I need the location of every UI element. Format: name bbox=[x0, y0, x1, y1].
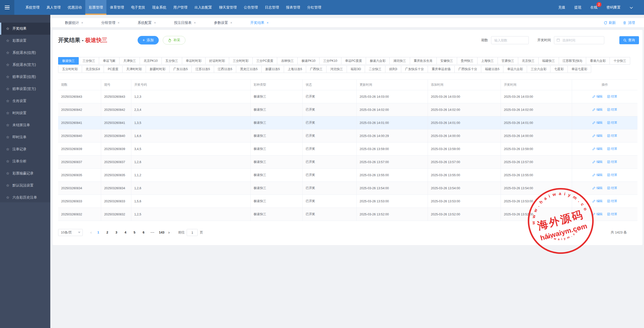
edit-button[interactable]: 编辑 bbox=[592, 186, 603, 190]
game-tag[interactable]: 江苏骰宝(快3) bbox=[559, 57, 586, 65]
topbar-menu-item[interactable]: 体育管理 bbox=[106, 0, 128, 15]
game-tag[interactable]: 贵州快三 bbox=[457, 57, 477, 65]
page-number-button[interactable]: 143 bbox=[158, 229, 165, 236]
edit-button[interactable]: 编辑 bbox=[592, 121, 603, 125]
sidebar-item[interactable]: ☆赔率设置(信用) bbox=[0, 71, 50, 83]
settle-button[interactable]: 结算 bbox=[607, 160, 617, 164]
topbar-menu-item[interactable]: 报表管理 bbox=[283, 0, 304, 15]
sidebar-item[interactable]: ☆时间设置 bbox=[0, 107, 50, 119]
settle-button[interactable]: 结算 bbox=[607, 121, 617, 125]
supplement-collect-button[interactable]: 补采 bbox=[163, 36, 185, 44]
game-tag[interactable]: 十分快三 bbox=[610, 57, 630, 65]
page-size-select[interactable]: 10条/页 bbox=[58, 229, 83, 236]
game-tag[interactable]: 黑龙江11选5 bbox=[236, 65, 262, 73]
clean-button[interactable]: 清理 bbox=[623, 21, 635, 25]
hamburger-menu-icon[interactable] bbox=[0, 0, 14, 15]
topbar-menu-item[interactable]: 公告管理 bbox=[240, 0, 261, 15]
topbar-menu-item[interactable]: 系统管理 bbox=[22, 0, 43, 15]
game-tag[interactable]: 江苏11选5 bbox=[191, 65, 214, 73]
edit-button[interactable]: 编辑 bbox=[592, 95, 603, 99]
topbar-menu-item[interactable]: 现金系统 bbox=[149, 0, 170, 15]
settle-button[interactable]: 结算 bbox=[607, 134, 617, 138]
online-link[interactable]: 在线 2 bbox=[590, 5, 597, 10]
game-tag[interactable]: 幸运飞艇 bbox=[99, 57, 119, 65]
settle-button[interactable]: 结算 bbox=[607, 186, 617, 190]
game-tag[interactable]: 香港六合彩 bbox=[586, 57, 610, 65]
game-tag[interactable]: 排列3 bbox=[385, 65, 401, 73]
game-tag[interactable]: 极速六合彩 bbox=[366, 57, 390, 65]
tab-投注日报表[interactable]: 投注日报表× bbox=[174, 21, 196, 25]
game-tag[interactable]: 三分六合彩 bbox=[527, 65, 551, 73]
game-tag[interactable]: 上海快三 bbox=[477, 57, 498, 65]
page-number-button[interactable]: 4 bbox=[122, 229, 129, 236]
refresh-button[interactable]: 刷新 bbox=[604, 21, 616, 25]
game-tag[interactable]: 北京快三 bbox=[518, 57, 539, 65]
sidebar-item[interactable]: ☆生肖设置 bbox=[0, 95, 50, 107]
game-tag[interactable]: 广西快三 bbox=[306, 65, 327, 73]
game-tag[interactable]: 福建11选5 bbox=[481, 65, 503, 73]
game-tag[interactable]: 安徽快三 bbox=[436, 57, 457, 65]
game-tag[interactable]: 湖北快三 bbox=[389, 57, 410, 65]
game-tag[interactable]: 福建快三 bbox=[538, 57, 559, 65]
game-tag[interactable]: 二分快三 bbox=[365, 65, 385, 73]
sidebar-item[interactable]: ☆系统退水(官方) bbox=[0, 59, 50, 71]
sidebar-item[interactable]: ☆彩票输赢记录 bbox=[0, 167, 50, 179]
password-reset-link[interactable]: 密码重置 bbox=[607, 5, 621, 10]
game-tag[interactable]: 七星彩 bbox=[550, 65, 568, 73]
sidebar-item[interactable]: ☆未结算注单 bbox=[0, 119, 50, 131]
topbar-menu-item[interactable]: 聊天室管理 bbox=[216, 0, 240, 15]
prev-page-button[interactable]: ‹ bbox=[88, 230, 94, 235]
game-tag[interactable]: 重庆欢乐生肖 bbox=[410, 57, 437, 65]
game-tag[interactable]: 甘肃快三 bbox=[498, 57, 518, 65]
page-number-button[interactable]: 5 bbox=[131, 229, 138, 236]
close-tab-icon[interactable]: × bbox=[118, 21, 120, 25]
game-tag[interactable]: 广东11选5 bbox=[169, 65, 192, 73]
game-tag[interactable]: 幸运PC蛋蛋 bbox=[341, 57, 366, 65]
sidebar-item[interactable]: ☆注单分析 bbox=[0, 155, 50, 167]
sidebar-item[interactable]: ☆即时注单 bbox=[0, 131, 50, 143]
tab-开奖结果[interactable]: 开奖结果× bbox=[250, 21, 269, 25]
page-number-button[interactable]: 3 bbox=[113, 229, 120, 236]
game-tag[interactable]: 江西11选5 bbox=[214, 65, 236, 73]
edit-button[interactable]: 编辑 bbox=[592, 173, 603, 177]
tab-分组管理[interactable]: 分组管理× bbox=[101, 21, 120, 25]
add-button[interactable]: + 添加 bbox=[138, 36, 159, 44]
edit-button[interactable]: 编辑 bbox=[592, 108, 603, 112]
sidebar-item[interactable]: ☆开奖结果 bbox=[0, 23, 50, 35]
topbar-menu-item[interactable]: 优惠活动 bbox=[64, 0, 85, 15]
page-number-button[interactable]: 1 bbox=[95, 229, 102, 236]
search-button[interactable]: 查询 bbox=[619, 36, 639, 44]
sidebar-item[interactable]: ☆彩票设置 bbox=[0, 35, 50, 47]
game-tag[interactable]: 幸运七星彩 bbox=[568, 65, 591, 73]
goto-page-input[interactable] bbox=[187, 229, 198, 236]
settle-button[interactable]: 结算 bbox=[607, 95, 617, 99]
settle-button[interactable]: 结算 bbox=[607, 108, 617, 112]
close-tab-icon[interactable]: × bbox=[81, 21, 83, 25]
page-number-button[interactable]: 6 bbox=[140, 229, 147, 236]
game-tag[interactable]: 福彩3D bbox=[347, 65, 365, 73]
game-tag[interactable]: 三分PK10 bbox=[319, 57, 341, 65]
chevron-down-icon[interactable] bbox=[630, 6, 633, 10]
close-tab-icon[interactable]: × bbox=[154, 21, 156, 25]
game-tag[interactable]: 北京PK10 bbox=[140, 57, 162, 65]
edit-button[interactable]: 编辑 bbox=[592, 160, 603, 164]
game-tag[interactable]: 新疆时时彩 bbox=[146, 65, 170, 73]
game-tag[interactable]: 吉林快三 bbox=[277, 57, 298, 65]
game-tag[interactable]: 极速快三 bbox=[58, 57, 79, 65]
game-tag[interactable]: 北京快乐8 bbox=[82, 65, 104, 73]
edit-button[interactable]: 编辑 bbox=[592, 199, 603, 203]
withdraw-link[interactable]: 提现 bbox=[574, 5, 581, 10]
sidebar-item[interactable]: ☆六合彩历史注单 bbox=[0, 192, 50, 204]
close-tab-icon[interactable]: × bbox=[267, 21, 269, 25]
topbar-menu-item[interactable]: 彩票管理 bbox=[85, 0, 106, 15]
period-input[interactable] bbox=[491, 36, 529, 44]
game-tag[interactable]: 三分时时彩 bbox=[229, 57, 253, 65]
game-tag[interactable]: 广西快乐十分 bbox=[454, 65, 481, 73]
game-tag[interactable]: 好运时时彩 bbox=[205, 57, 229, 65]
edit-button[interactable]: 编辑 bbox=[592, 212, 603, 216]
game-tag[interactable]: 三分PC蛋蛋 bbox=[252, 57, 277, 65]
next-page-button[interactable]: › bbox=[166, 230, 172, 235]
topbar-menu-item[interactable]: 日志管理 bbox=[261, 0, 283, 15]
edit-button[interactable]: 编辑 bbox=[592, 134, 603, 138]
sidebar-item[interactable]: ☆系统退水(信用) bbox=[0, 47, 50, 59]
